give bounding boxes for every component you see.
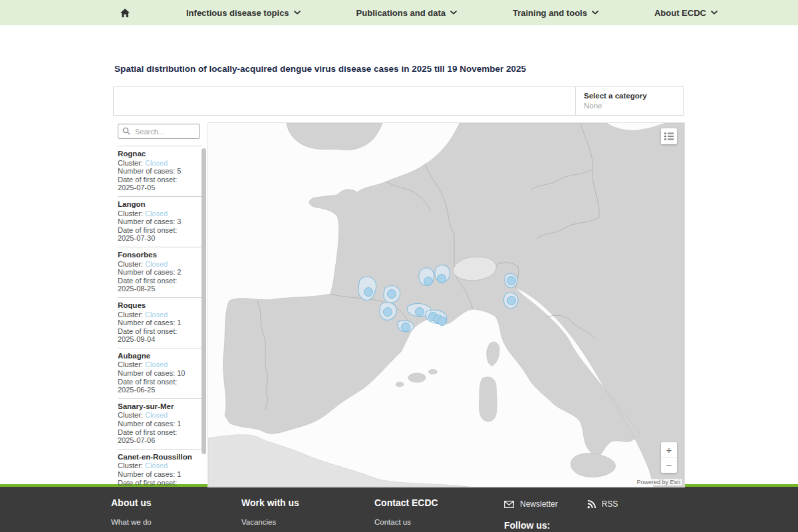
nav-item-infectious-disease-topics[interactable]: Infectious disease topics [186, 8, 301, 18]
cluster-onset-label: Date of first onset: [118, 378, 201, 386]
cluster-marker[interactable] [424, 277, 433, 286]
cluster-status-line: Cluster: Closed [118, 209, 201, 218]
footer-columns: About usWhat we doWho we areWork with us… [111, 497, 504, 532]
cluster-status-line: Cluster: Closed [118, 411, 201, 420]
subscribe-label: Newsletter [520, 499, 558, 509]
zoom-in-button[interactable]: + [661, 442, 677, 458]
widget-toolbar: Select a category None [113, 86, 684, 116]
content-area: Spatial distribution of locally-acquired… [0, 25, 798, 484]
cluster-list-item[interactable]: AubagneCluster: ClosedNumber of cases: 1… [118, 348, 201, 399]
cluster-status-line: Cluster: Closed [118, 159, 201, 168]
cluster-status-line: Cluster: Closed [118, 360, 201, 369]
footer-link[interactable]: Contact us [374, 517, 504, 527]
cluster-name: Rognac [118, 150, 201, 158]
cluster-marker[interactable] [364, 288, 373, 297]
nav-item-label: Training and tools [513, 8, 587, 18]
nav-item-about-ecdc[interactable]: About ECDC [654, 8, 718, 18]
footer-link[interactable]: What we do [111, 517, 241, 527]
esri-attribution: Powered by Esri [634, 479, 682, 485]
footer-column: Contact ECDCContact usMedia centre [374, 497, 504, 532]
cluster-status-value: Closed [145, 411, 168, 419]
cluster-name: Langon [118, 200, 201, 209]
cluster-cases: Number of cases: 1 [118, 470, 201, 479]
cluster-name: Canet-en-Roussillon [118, 453, 201, 462]
nav-item-label: About ECDC [654, 8, 706, 18]
chevron-down-icon [592, 11, 598, 15]
cluster-cases: Number of cases: 5 [118, 167, 201, 176]
cluster-cases: Number of cases: 2 [118, 268, 201, 277]
rss-icon [587, 500, 596, 509]
cluster-cases: Number of cases: 1 [118, 319, 201, 327]
cluster-cases: Number of cases: 10 [118, 369, 201, 378]
newsletter-link[interactable]: Newsletter [504, 499, 558, 509]
europe-basemap [208, 123, 684, 487]
nav-item-label: Infectious disease topics [186, 8, 289, 18]
footer-link[interactable]: Vacancies [241, 517, 374, 527]
cluster-status-value: Closed [145, 159, 168, 167]
map-canvas[interactable]: + − Powered by Esri [207, 122, 685, 487]
footer-column-title: Work with us [241, 497, 374, 508]
cluster-onset-date: 2025-07-05 [118, 184, 201, 192]
cluster-marker[interactable] [402, 323, 410, 332]
cluster-list-item[interactable]: Sanary-sur-MerCluster: ClosedNumber of c… [118, 399, 201, 450]
footer-column: About usWhat we doWho we are [111, 497, 241, 532]
cluster-list-item[interactable]: FonsorbesCluster: ClosedNumber of cases:… [118, 247, 201, 298]
cluster-list-item[interactable]: RognacCluster: ClosedNumber of cases: 5D… [118, 146, 201, 197]
cluster-cases: Number of cases: 1 [118, 420, 201, 428]
category-selector[interactable]: Select a category None [575, 87, 683, 115]
subscribe-label: RSS [602, 499, 618, 509]
cluster-marker[interactable] [507, 297, 516, 305]
home-link[interactable] [120, 8, 130, 18]
list-scrollbar[interactable] [201, 148, 206, 454]
cluster-marker[interactable] [438, 317, 447, 326]
cluster-name: Fonsorbes [118, 251, 201, 259]
envelope-icon [504, 501, 514, 508]
cluster-marker[interactable] [438, 275, 446, 283]
nav-item-training-and-tools[interactable]: Training and tools [513, 8, 598, 18]
cluster-status-line: Cluster: Closed [118, 462, 201, 470]
footer-subscribe-area: NewsletterRSS Follow us: [504, 497, 618, 532]
island-sardinia [479, 377, 497, 422]
follow-us-label: Follow us: [504, 520, 618, 531]
cluster-status-value: Closed [145, 462, 168, 469]
cluster-name: Sanary-sur-Mer [118, 402, 201, 411]
footer: About usWhat we doWho we areWork with us… [0, 487, 798, 532]
chevron-down-icon [450, 11, 457, 15]
cluster-marker[interactable] [388, 290, 396, 299]
home-icon [120, 8, 130, 18]
page-title: Spatial distribution of locally-acquired… [114, 64, 526, 74]
cluster-onset-label: Date of first onset: [118, 428, 201, 437]
nav-item-publications-and-data[interactable]: Publications and data [356, 8, 457, 18]
cluster-status-line: Cluster: Closed [118, 311, 201, 319]
cluster-onset-date: 2025-06-25 [118, 386, 201, 394]
island-menorca [429, 370, 438, 374]
rss-link[interactable]: RSS [587, 499, 618, 509]
nav-item-group: Infectious disease topicsPublications an… [186, 8, 718, 18]
legend-button[interactable] [661, 128, 677, 144]
search-icon [122, 127, 130, 135]
cluster-marker[interactable] [416, 308, 424, 317]
footer-column-title: Contact ECDC [374, 497, 504, 508]
island-mallorca [408, 373, 426, 382]
zoom-out-button[interactable]: − [661, 458, 677, 473]
chevron-down-icon [711, 11, 718, 15]
subscribe-row: NewsletterRSS [504, 499, 618, 509]
cluster-list-item[interactable]: Canet-en-RoussillonCluster: ClosedNumber… [118, 450, 201, 486]
cluster-onset-date: 2025-09-04 [118, 335, 201, 344]
cluster-onset-date: 2025-08-25 [118, 285, 201, 293]
cluster-name: Roques [118, 301, 201, 310]
cluster-marker[interactable] [384, 308, 392, 317]
main-nav: Infectious disease topicsPublications an… [0, 0, 798, 25]
cluster-status-value: Closed [145, 209, 168, 217]
category-selector-value: None [584, 102, 675, 110]
cluster-name: Aubagne [118, 352, 201, 360]
cluster-status-value: Closed [145, 360, 168, 368]
zoom-control: + − [661, 442, 677, 473]
cluster-list-item[interactable]: LangonCluster: ClosedNumber of cases: 3D… [118, 197, 201, 247]
cluster-onset-label: Date of first onset: [118, 176, 201, 184]
cluster-marker[interactable] [507, 277, 516, 285]
cluster-cases: Number of cases: 3 [118, 217, 201, 226]
cluster-onset-date: 2025-07-06 [118, 436, 201, 445]
cluster-list-item[interactable]: RoquesCluster: ClosedNumber of cases: 1D… [118, 298, 201, 348]
footer-column-title: About us [111, 497, 241, 508]
